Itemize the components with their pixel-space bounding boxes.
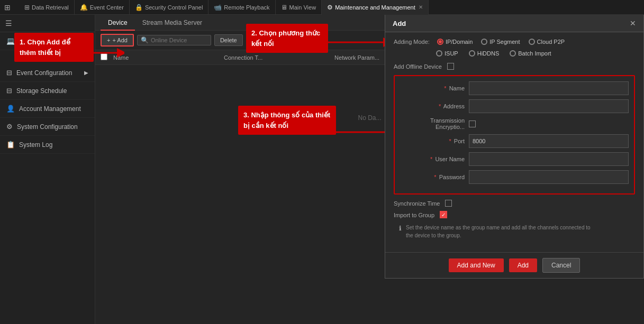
sync-time-row: Synchronize Time bbox=[394, 200, 635, 207]
sync-time-checkbox[interactable] bbox=[445, 200, 452, 207]
transmission-checkbox[interactable] bbox=[469, 121, 476, 127]
radio-circle-ip-segment bbox=[481, 39, 487, 45]
cancel-button[interactable]: Cancel bbox=[542, 258, 580, 273]
username-label: * User Name bbox=[400, 156, 469, 162]
radio-label-cloud-p2p: Cloud P2P bbox=[537, 39, 565, 45]
radio-hiddns[interactable]: HiDDNS bbox=[469, 50, 500, 57]
adding-mode-row2: ISUP HiDDNS Batch Import bbox=[394, 50, 635, 57]
offline-label: Add Offline Device bbox=[394, 63, 442, 70]
name-label: * Name bbox=[400, 85, 469, 91]
add-and-new-button[interactable]: Add and New bbox=[449, 258, 504, 272]
form-fields-section: * Name * Address Transmission bbox=[394, 75, 635, 195]
radio-label-ip-domain: IP/Domain bbox=[446, 39, 473, 45]
radio-label-isup: ISUP bbox=[445, 50, 458, 57]
form-row-transmission: Transmission Encryptio... bbox=[400, 117, 629, 130]
radio-cloud-p2p[interactable]: Cloud P2P bbox=[529, 39, 565, 45]
import-group-row: Import to Group ✓ bbox=[394, 211, 635, 218]
address-input[interactable] bbox=[469, 99, 629, 113]
radio-circle-batch-import bbox=[510, 50, 516, 57]
dialog-body: Adding Mode: IP/Domain IP Segment Cloud … bbox=[385, 32, 643, 252]
dialog-overlay: Add ✕ Adding Mode: IP/Domain IP Segment … bbox=[0, 0, 644, 324]
sync-time-label: Synchronize Time bbox=[394, 200, 440, 207]
add-button-dialog[interactable]: Add bbox=[509, 258, 537, 272]
adding-mode-label: Adding Mode: bbox=[394, 39, 430, 45]
form-row-name: * Name bbox=[400, 81, 629, 95]
radio-label-batch-import: Batch Import bbox=[518, 50, 551, 57]
password-label: * Password bbox=[400, 174, 469, 180]
add-dialog: Add ✕ Adding Mode: IP/Domain IP Segment … bbox=[385, 15, 644, 279]
transmission-label: Transmission Encryptio... bbox=[400, 117, 469, 130]
dialog-footer: Add and New Add Cancel bbox=[385, 252, 643, 278]
dialog-title-bar: Add ✕ bbox=[385, 15, 643, 32]
username-input[interactable] bbox=[469, 152, 629, 166]
port-label: * Port bbox=[400, 138, 469, 144]
import-desc: Set the device name as the group name an… bbox=[406, 224, 596, 239]
password-input[interactable] bbox=[469, 170, 629, 184]
form-row-password: * Password bbox=[400, 170, 629, 184]
radio-label-ip-segment: IP Segment bbox=[489, 39, 520, 45]
name-input[interactable] bbox=[469, 81, 629, 95]
radio-circle-cloud-p2p bbox=[529, 39, 535, 45]
radio-isup[interactable]: ISUP bbox=[436, 50, 458, 57]
radio-circle-hiddns bbox=[469, 50, 475, 57]
radio-ip-segment[interactable]: IP Segment bbox=[481, 39, 520, 45]
form-row-address: * Address bbox=[400, 99, 629, 113]
form-row-port: * Port 8000 bbox=[400, 134, 629, 148]
radio-ip-domain[interactable]: IP/Domain bbox=[437, 39, 473, 45]
info-icon: ℹ bbox=[399, 225, 402, 232]
radio-circle-ip-domain bbox=[437, 39, 443, 45]
adding-mode-row1: Adding Mode: IP/Domain IP Segment Cloud … bbox=[394, 39, 635, 45]
import-group-label: Import to Group bbox=[394, 212, 434, 218]
radio-label-hiddns: HiDDNS bbox=[477, 50, 500, 57]
address-label: * Address bbox=[400, 103, 469, 109]
offline-device-row: Add Offline Device bbox=[394, 63, 635, 70]
offline-checkbox[interactable] bbox=[447, 63, 454, 70]
form-row-username: * User Name bbox=[400, 152, 629, 166]
import-desc-row: ℹ Set the device name as the group name … bbox=[394, 224, 635, 239]
port-input[interactable]: 8000 bbox=[469, 134, 629, 148]
radio-batch-import[interactable]: Batch Import bbox=[510, 50, 551, 57]
close-dialog-icon[interactable]: ✕ bbox=[630, 19, 636, 27]
import-group-checkbox[interactable]: ✓ bbox=[440, 211, 447, 218]
radio-circle-isup bbox=[436, 50, 442, 57]
dialog-title: Add bbox=[393, 20, 406, 27]
